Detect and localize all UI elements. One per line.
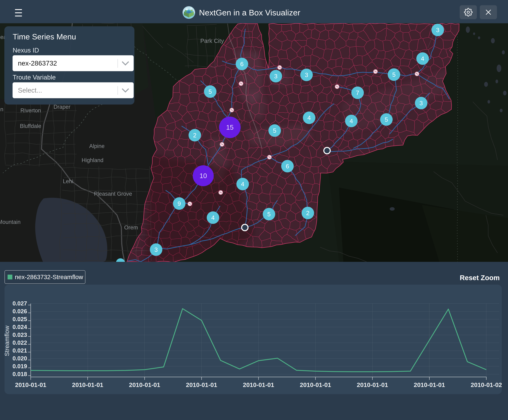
svg-text:3: 3 xyxy=(154,246,158,253)
svg-text:2010-01-02: 2010-01-02 xyxy=(471,382,502,388)
svg-text:4: 4 xyxy=(421,55,424,62)
svg-text:6: 6 xyxy=(286,163,289,170)
svg-text:9: 9 xyxy=(178,200,181,207)
svg-text:0.022: 0.022 xyxy=(13,339,27,346)
svg-text:15: 15 xyxy=(226,124,233,131)
svg-text:5: 5 xyxy=(273,127,276,134)
svg-text:3: 3 xyxy=(305,72,308,78)
svg-text:Mountain: Mountain xyxy=(0,219,21,225)
svg-text:3: 3 xyxy=(419,100,423,107)
svg-text:0.018: 0.018 xyxy=(13,371,27,377)
svg-text:0.025: 0.025 xyxy=(13,316,27,322)
svg-text:Riverton: Riverton xyxy=(20,107,41,114)
svg-text:5: 5 xyxy=(267,211,271,218)
svg-text:4: 4 xyxy=(211,214,215,221)
svg-text:2010-01-01: 2010-01-01 xyxy=(186,382,217,388)
svg-text:7: 7 xyxy=(356,89,359,96)
svg-text:Bluffdale: Bluffdale xyxy=(20,123,41,129)
svg-text:10: 10 xyxy=(199,172,207,180)
svg-text:4: 4 xyxy=(241,181,244,188)
svg-text:2010-01-01: 2010-01-01 xyxy=(129,382,160,388)
svg-text:2010-01-01: 2010-01-01 xyxy=(243,382,274,388)
svg-text:Streamflow: Streamflow xyxy=(3,325,10,356)
svg-text:2: 2 xyxy=(306,210,309,216)
svg-text:0.027: 0.027 xyxy=(13,300,27,307)
svg-text:0.019: 0.019 xyxy=(13,363,27,369)
svg-text:5: 5 xyxy=(385,116,388,123)
svg-text:2010-01-01: 2010-01-01 xyxy=(414,382,445,388)
svg-text:6: 6 xyxy=(240,61,244,67)
svg-text:Alpine: Alpine xyxy=(89,143,105,149)
svg-text:Lehi: Lehi xyxy=(63,178,73,184)
svg-text:0.026: 0.026 xyxy=(13,308,27,314)
svg-text:0.021: 0.021 xyxy=(13,347,27,354)
svg-text:3: 3 xyxy=(274,73,277,80)
svg-text:Orem: Orem xyxy=(124,224,138,231)
svg-text:Highland: Highland xyxy=(82,157,104,163)
svg-text:Pleasant Grove: Pleasant Grove xyxy=(94,191,132,197)
svg-text:5: 5 xyxy=(209,88,212,95)
svg-text:2: 2 xyxy=(193,132,196,139)
svg-text:0.024: 0.024 xyxy=(13,324,27,330)
svg-text:0.020: 0.020 xyxy=(13,355,27,361)
svg-text:n: n xyxy=(0,106,3,112)
svg-text:4: 4 xyxy=(350,118,353,125)
svg-text:2010-01-01: 2010-01-01 xyxy=(300,382,331,388)
svg-text:2010-01-01: 2010-01-01 xyxy=(357,382,388,388)
svg-text:0.023: 0.023 xyxy=(13,332,27,338)
svg-text:3: 3 xyxy=(436,27,439,33)
svg-text:5: 5 xyxy=(392,71,396,78)
svg-text:4: 4 xyxy=(307,114,311,121)
svg-text:Park City: Park City xyxy=(200,38,224,44)
svg-text:2010-01-01: 2010-01-01 xyxy=(15,382,46,388)
svg-text:Draper: Draper xyxy=(53,104,70,110)
svg-text:2010-01-01: 2010-01-01 xyxy=(72,382,103,388)
